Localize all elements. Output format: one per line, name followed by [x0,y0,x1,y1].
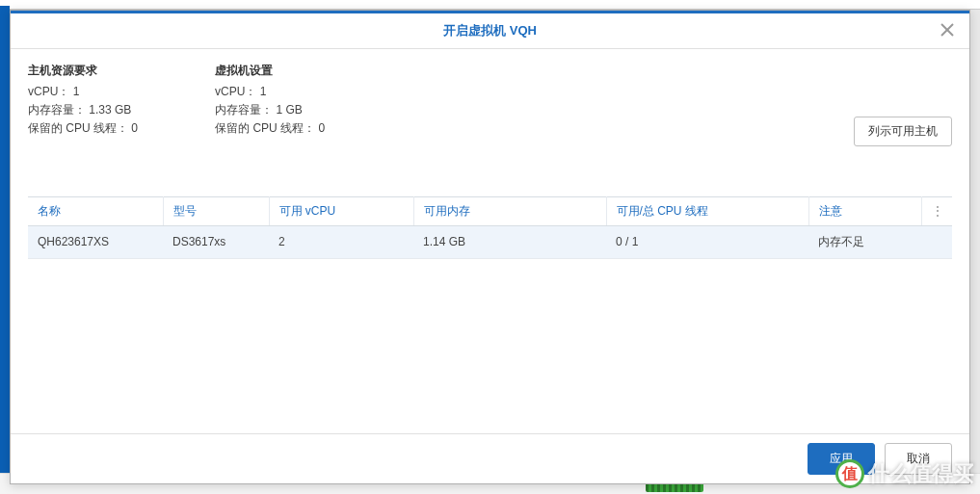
col-name[interactable]: 名称 [28,196,163,225]
host-requirements: 主机资源要求 vCPU： 1 内存容量： 1.33 GB 保留的 CPU 线程：… [28,63,138,139]
cell-avail-mem: 1.14 GB [413,225,606,258]
close-icon[interactable] [940,23,958,40]
dialog-footer: 应用 取消 [11,433,969,483]
col-cpu-threads[interactable]: 可用/总 CPU 线程 [606,196,808,225]
col-avail-mem[interactable]: 可用内存 [413,196,606,225]
host-req-vcpu: vCPU： 1 [28,83,138,101]
vm-configuration: 虚拟机设置 vCPU： 1 内存容量： 1 GB 保留的 CPU 线程： 0 [215,63,325,139]
col-model[interactable]: 型号 [163,196,269,225]
table-header-row: 名称 型号 可用 vCPU 可用内存 可用/总 CPU 线程 注意 ⋮ [28,196,952,225]
host-req-title: 主机资源要求 [28,63,138,79]
table-menu-icon[interactable]: ⋮ [932,204,942,218]
apply-button[interactable]: 应用 [808,443,875,475]
dialog-header: 开启虚拟机 VQH [11,11,969,49]
cell-name: QH623617XS [28,225,163,258]
dialog-title: 开启虚拟机 VQH [443,22,537,39]
host-req-mem: 内存容量： 1.33 GB [28,101,138,119]
cell-cpu-threads: 0 / 1 [606,225,808,258]
col-note[interactable]: 注意 [808,196,922,225]
cell-model: DS3617xs [163,225,269,258]
cell-avail-vcpu: 2 [269,225,413,258]
hosts-table: 名称 型号 可用 vCPU 可用内存 可用/总 CPU 线程 注意 ⋮ QH62… [28,196,952,259]
vm-power-on-dialog: 开启虚拟机 VQH 主机资源要求 vCPU： 1 内存容量： 1.33 GB 保… [10,10,970,484]
dialog-body: 主机资源要求 vCPU： 1 内存容量： 1.33 GB 保留的 CPU 线程：… [11,49,969,433]
vm-conf-title: 虚拟机设置 [215,63,325,79]
cancel-button[interactable]: 取消 [885,443,952,475]
cell-note: 内存不足 [808,225,922,258]
table-row[interactable]: QH623617XS DS3617xs 2 1.14 GB 0 / 1 内存不足 [28,225,952,258]
list-available-hosts-button[interactable]: 列示可用主机 [854,117,952,146]
vm-conf-reserved: 保留的 CPU 线程： 0 [215,119,325,138]
col-avail-vcpu[interactable]: 可用 vCPU [269,196,413,225]
vm-conf-vcpu: vCPU： 1 [215,83,325,101]
vm-conf-mem: 内存容量： 1 GB [215,101,325,119]
host-req-reserved: 保留的 CPU 线程： 0 [28,119,138,138]
